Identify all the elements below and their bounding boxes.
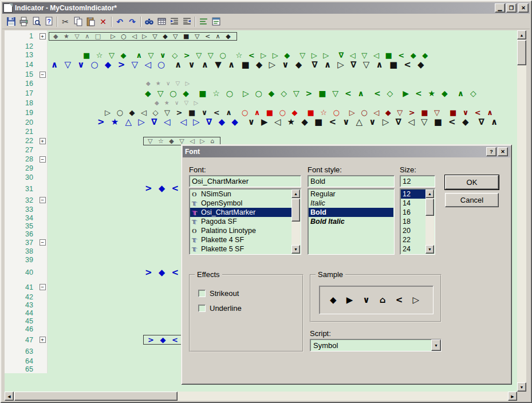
font-type-icon: T [192,200,201,207]
line-number: 12 [5,42,38,50]
font-list-scrollbar[interactable]: ▲ ▼ [291,189,300,254]
style-list-item[interactable]: Bold [309,208,393,217]
size-list-scroll-up[interactable]: ▲ [425,189,434,198]
size-list[interactable]: 12141618202224 ▲ ▼ [400,188,435,255]
font-name-input[interactable]: Osi_ChartMarker [189,175,301,187]
size-input[interactable]: 12 [400,175,435,187]
font-list[interactable]: ONSimSunTOpenSymbolTOsi_ChartMarkerTPago… [189,188,301,255]
font-list-scroll-down[interactable]: ▼ [291,245,300,254]
minimize-button[interactable]: ▁ [495,3,505,13]
font-list-item[interactable]: TOsi_ChartMarker [190,208,291,217]
size-list-item[interactable]: 18 [401,217,425,226]
redo-icon[interactable]: ↷ [126,15,139,28]
script-icon[interactable] [197,15,210,28]
style-list-item[interactable]: Regular [309,189,393,199]
toolbar-separator [55,16,59,27]
ok-button[interactable]: OK [445,175,499,189]
line-number: 42 [5,293,38,301]
grid-icon[interactable] [155,15,168,28]
fold-marker[interactable]: + [40,337,46,343]
strikeout-row: Strikeout [198,289,239,298]
editor-line: 12 [5,42,517,50]
fold-marker[interactable]: − [40,284,46,290]
fold-marker[interactable]: − [40,197,46,203]
properties-icon[interactable] [210,15,222,28]
size-list-scrollbar[interactable]: ▲ ▼ [425,189,434,254]
size-list-scroll-thumb[interactable] [425,199,434,216]
scroll-down-arrow[interactable]: ▼ [517,382,526,392]
font-list-item[interactable]: TOpenSymbol [190,199,291,208]
close-button[interactable]: ✕ [518,3,529,13]
sample-group: Sample ◆ ▶ ∨ ⌂ < ▷ [310,274,442,322]
sample-preview: ◆ ▶ ∨ ⌂ < ▷ [319,286,434,314]
window-title: Indicator - MyCustomIndicator* [15,4,494,12]
size-list-item[interactable]: 20 [401,226,425,235]
cut-icon[interactable]: ✂ [59,15,72,28]
underline-checkbox[interactable] [198,305,206,312]
outdent-icon[interactable] [180,15,193,28]
paste-icon[interactable] [84,15,97,28]
effects-group: Effects Strikeout Underline [189,274,304,352]
font-style-list[interactable]: RegularItalicBoldBold Italic [308,188,395,255]
font-list-item[interactable]: TPagoda SF [190,217,291,226]
fold-marker[interactable]: + [40,33,46,39]
size-list-item[interactable]: 16 [401,208,425,217]
copy-icon[interactable] [72,15,84,28]
vertical-scroll-thumb[interactable] [517,40,526,65]
scroll-left-arrow[interactable]: ◀ [5,392,14,401]
fold-marker[interactable]: + [40,138,46,144]
symbol-run: > ★ △ ▷ ∇ ◁◁ ▷ ∇ ◆ ◆∨ ▶ ◁ ★ ◆ ■ < ∨ △ ∨ … [97,118,499,127]
font-list-item[interactable]: TPlakette 4 SF [190,235,291,244]
scroll-up-arrow[interactable]: ▲ [517,30,526,39]
scrollbar-corner [517,392,526,401]
save-icon[interactable] [5,15,17,28]
fold-marker[interactable]: − [40,72,46,78]
script-dropdown[interactable]: Symbol ▼ [310,339,442,351]
line-number: 35 [5,222,38,230]
font-dialog-titlebar[interactable]: Font ? ✕ [183,146,510,157]
strikeout-checkbox[interactable] [198,290,206,297]
indent-icon[interactable] [168,15,180,28]
size-list-scroll-down[interactable]: ▼ [425,245,434,254]
print-icon[interactable] [17,15,30,28]
font-list-scroll-thumb[interactable] [291,199,300,222]
fold-margin [38,79,48,88]
undo-icon[interactable]: ↶ [113,15,126,28]
size-list-item[interactable]: 24 [401,244,425,254]
print-preview-icon[interactable] [30,15,42,28]
font-dialog-title: Font [185,148,485,156]
fold-marker[interactable]: − [40,156,46,163]
dialog-help-button[interactable]: ? [486,147,496,156]
scroll-right-arrow[interactable]: ▶ [508,392,517,401]
font-list-scroll-up[interactable]: ▲ [291,189,300,198]
help-icon[interactable]: ? [42,15,55,28]
line-number: 18 [5,98,38,108]
fold-marker[interactable]: − [40,239,46,246]
size-list-item[interactable]: 12 [401,189,425,199]
editor-horizontal-scrollbar[interactable]: ◀ ▶ [5,392,517,401]
delete-icon[interactable]: ✕ [97,15,109,28]
cancel-button[interactable]: Cancel [445,193,499,207]
style-list-item[interactable]: Italic [309,199,393,208]
code-symbols: ■ ☆ ▽ ◆ [83,52,128,59]
style-list-item[interactable]: Bold Italic [309,217,393,226]
script-dropdown-arrow[interactable]: ▼ [431,339,441,351]
symbol-run: ∧ ▽ ∨ ○ ◆ > ▽ ◁ ○∧ ∨ ∧ ▼ ∧ ■ ◆ ▷ ∨ ◆∇ ∧ … [51,61,426,69]
titlebar: Indicator - MyCustomIndicator* ▁ ❐ ✕ [2,2,530,14]
font-list-item[interactable]: TPlakette 5 SF [190,244,291,254]
underline-label: Underline [210,304,242,313]
font-list-item[interactable]: ONSimSun [190,189,291,199]
editor-vertical-scrollbar[interactable]: ▲ ▼ [517,30,526,392]
maximize-button[interactable]: ❐ [506,3,517,13]
horizontal-scroll-thumb[interactable] [14,392,178,401]
font-list-item[interactable]: OPalatino Linotype [190,226,291,235]
find-icon[interactable] [143,15,155,28]
code-symbols: ■ ☆ ○ [199,89,235,97]
font-style-input[interactable]: Bold [308,175,395,187]
size-list-item[interactable]: 22 [401,235,425,244]
dialog-close-button[interactable]: ✕ [498,147,508,156]
line-number: 65 [5,365,38,373]
size-list-item[interactable]: 14 [401,199,425,208]
editor-line: 13■ ☆ ▽ ◆∧ ▽ ∨ ◇ > ▽ ▽ ○☆ < ▷ ▷ ◆▽ ▷ ▷∇ … [5,50,517,60]
code-symbols: ∇ ◁ ▽ ◁ ■ < ◆ ◆ [338,52,429,59]
